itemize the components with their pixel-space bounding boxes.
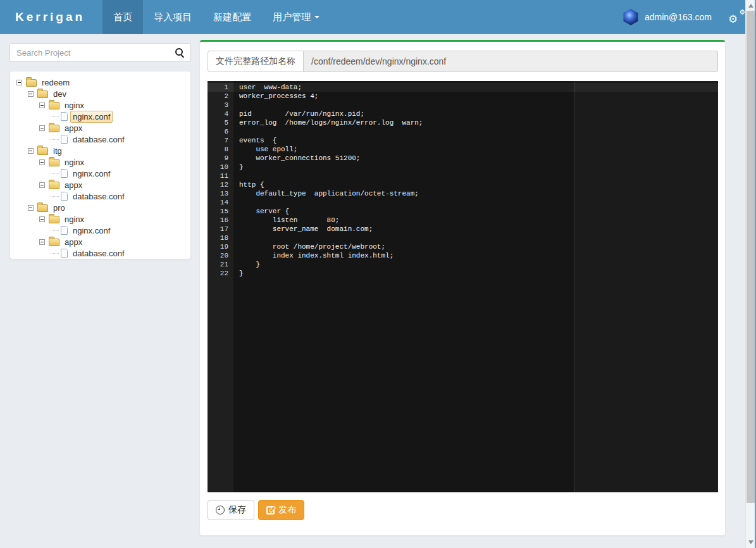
tree-item[interactable]: dev: [14, 88, 187, 99]
user-email[interactable]: admin@163.com: [645, 12, 712, 22]
code-line: [233, 234, 718, 242]
code-line: [233, 198, 718, 207]
tree-item-label[interactable]: nginx: [62, 156, 87, 168]
code-line: [233, 171, 718, 180]
scroll-down-arrow-icon[interactable]: [748, 540, 753, 544]
settings-cogs-icon[interactable]: ⚙ ⚙: [728, 9, 746, 25]
save-button-label: 保存: [228, 504, 246, 516]
nav-tab-2[interactable]: 导入项目: [143, 0, 202, 34]
tree-connector: [51, 116, 59, 117]
tree-item[interactable]: nginx: [14, 213, 187, 225]
tree-item[interactable]: pro: [14, 202, 187, 213]
tree-item-label[interactable]: nginx.conf: [70, 168, 113, 180]
nav-tab-1[interactable]: 首页: [102, 0, 143, 34]
line-number: 1: [208, 83, 233, 92]
tree-item[interactable]: database.conf: [14, 134, 187, 145]
code-line: index index.shtml index.html;: [233, 251, 718, 260]
scrollbar-thumb[interactable]: [747, 11, 755, 503]
line-number: 19: [208, 242, 233, 251]
navbar: Kerrigan 首页导入项目新建配置用户管理 admin@163.com ⚙ …: [0, 0, 756, 34]
tree-item[interactable]: nginx: [14, 156, 187, 168]
project-search-box: [9, 43, 191, 62]
file-icon: [61, 226, 68, 235]
line-number: 7: [208, 136, 233, 145]
folder-icon: [49, 125, 59, 132]
tree-expander-icon[interactable]: [39, 182, 45, 188]
tree-item-label[interactable]: dev: [51, 88, 69, 100]
publish-button[interactable]: 发布: [258, 500, 304, 520]
tree-expander-icon[interactable]: [28, 148, 34, 154]
tree-expander-icon[interactable]: [16, 80, 22, 85]
code-line: }: [233, 163, 718, 171]
config-editor-panel: 文件完整路径加名称 /conf/redeem/dev/nginx/nginx.c…: [200, 40, 725, 535]
tree-item-label[interactable]: nginx: [62, 99, 87, 111]
code-line: }: [233, 269, 718, 278]
line-number: 8: [208, 145, 233, 154]
chevron-down-icon: [314, 16, 319, 18]
tree-item[interactable]: database.conf: [14, 247, 187, 259]
editor-code-area[interactable]: user www-data;worker_processes 4;pid /va…: [233, 81, 718, 492]
scroll-up-arrow-icon[interactable]: [748, 4, 753, 8]
tree-item-label[interactable]: appx: [62, 179, 85, 191]
search-icon[interactable]: [175, 47, 185, 58]
tree-item[interactable]: nginx: [14, 99, 187, 111]
tree-item-label[interactable]: pro: [51, 202, 68, 214]
line-number: 9: [208, 154, 233, 163]
tree-item[interactable]: itg: [14, 145, 187, 156]
tree-connector: [51, 173, 59, 174]
code-line: worker_connections 51200;: [233, 154, 718, 163]
folder-icon: [49, 216, 59, 223]
folder-icon: [49, 102, 59, 109]
tree-connector: [51, 230, 59, 231]
tree-item-label[interactable]: database.conf: [70, 247, 127, 259]
tree-expander-icon[interactable]: [39, 159, 45, 165]
tree-item-label[interactable]: itg: [51, 145, 65, 157]
tree-expander-icon[interactable]: [28, 205, 34, 211]
brand-logo[interactable]: Kerrigan: [0, 10, 102, 24]
code-line: [233, 127, 718, 136]
tree-item-label[interactable]: redeem: [39, 77, 72, 89]
tree-connector: [51, 196, 59, 197]
folder-icon: [37, 90, 48, 98]
tree-item-label[interactable]: nginx.conf: [70, 225, 113, 237]
tree-item[interactable]: appx: [14, 236, 187, 247]
nav-tab-3[interactable]: 新建配置: [202, 0, 262, 34]
tree-item[interactable]: redeem: [14, 77, 187, 88]
tree-item-label[interactable]: nginx.conf: [70, 111, 113, 123]
folder-icon: [49, 239, 59, 246]
tree-item[interactable]: nginx.conf: [14, 111, 187, 122]
tree-expander-icon[interactable]: [28, 91, 34, 97]
code-line: server_name domain.com;: [233, 225, 718, 234]
search-input[interactable]: [10, 48, 175, 58]
tree-expander-icon[interactable]: [39, 125, 45, 131]
tree-item-label[interactable]: appx: [62, 122, 85, 134]
tree-expander-icon[interactable]: [39, 239, 45, 245]
folder-icon: [49, 182, 59, 189]
code-line: http {: [233, 180, 718, 189]
user-avatar[interactable]: [623, 9, 639, 25]
file-icon: [61, 192, 68, 201]
folder-icon: [26, 79, 37, 87]
line-number: 5: [208, 118, 233, 127]
tree-expander-icon[interactable]: [39, 216, 45, 222]
nav-tab-4[interactable]: 用户管理: [262, 0, 330, 34]
tree-item-label[interactable]: database.conf: [70, 134, 127, 146]
code-editor[interactable]: 12345678910111213141516171819202122 user…: [208, 81, 718, 492]
tree-item-label[interactable]: appx: [62, 236, 85, 248]
line-number: 6: [208, 127, 233, 136]
tree-item[interactable]: database.conf: [14, 190, 187, 202]
tree-item[interactable]: appx: [14, 122, 187, 134]
line-number: 18: [208, 234, 233, 242]
line-number: 12: [208, 180, 233, 189]
code-line: [233, 101, 718, 109]
save-button[interactable]: 保存: [208, 500, 254, 520]
line-number: 11: [208, 171, 233, 180]
editor-gutter: 12345678910111213141516171819202122: [208, 81, 233, 492]
tree-item[interactable]: nginx.conf: [14, 225, 187, 236]
tree-item-label[interactable]: nginx: [62, 213, 87, 225]
tree-item[interactable]: nginx.conf: [14, 168, 187, 179]
tree-expander-icon[interactable]: [39, 103, 45, 108]
tree-item[interactable]: appx: [14, 179, 187, 190]
tree-item-label[interactable]: database.conf: [70, 190, 127, 202]
line-number: 13: [208, 189, 233, 198]
